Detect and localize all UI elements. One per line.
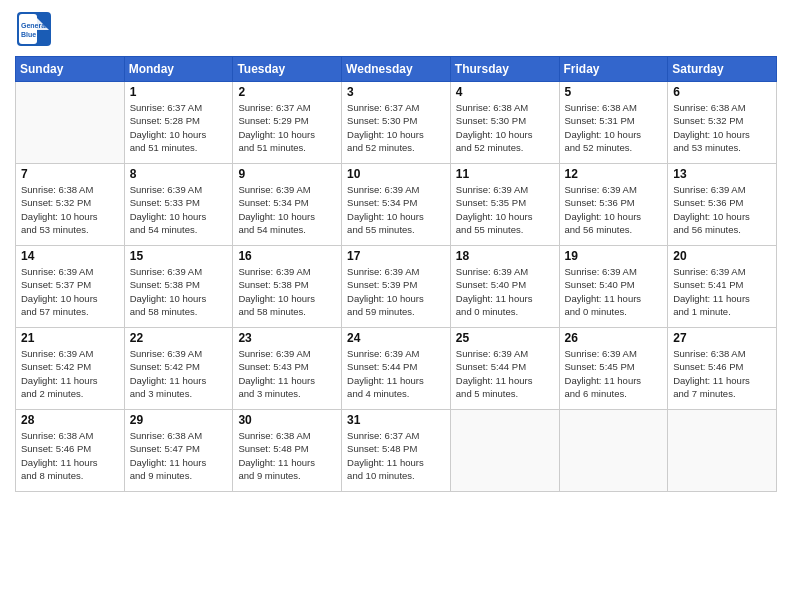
calendar-cell: 1Sunrise: 6:37 AM Sunset: 5:28 PM Daylig… — [124, 82, 233, 164]
day-info: Sunrise: 6:39 AM Sunset: 5:36 PM Dayligh… — [565, 183, 663, 236]
calendar-cell: 14Sunrise: 6:39 AM Sunset: 5:37 PM Dayli… — [16, 246, 125, 328]
day-info: Sunrise: 6:37 AM Sunset: 5:28 PM Dayligh… — [130, 101, 228, 154]
calendar-cell: 28Sunrise: 6:38 AM Sunset: 5:46 PM Dayli… — [16, 410, 125, 492]
day-info: Sunrise: 6:38 AM Sunset: 5:46 PM Dayligh… — [673, 347, 771, 400]
day-number: 8 — [130, 167, 228, 181]
day-number: 3 — [347, 85, 445, 99]
day-info: Sunrise: 6:39 AM Sunset: 5:35 PM Dayligh… — [456, 183, 554, 236]
day-info: Sunrise: 6:39 AM Sunset: 5:34 PM Dayligh… — [238, 183, 336, 236]
day-info: Sunrise: 6:38 AM Sunset: 5:30 PM Dayligh… — [456, 101, 554, 154]
svg-rect-2 — [19, 14, 37, 44]
day-info: Sunrise: 6:39 AM Sunset: 5:40 PM Dayligh… — [565, 265, 663, 318]
calendar-cell: 5Sunrise: 6:38 AM Sunset: 5:31 PM Daylig… — [559, 82, 668, 164]
day-info: Sunrise: 6:37 AM Sunset: 5:30 PM Dayligh… — [347, 101, 445, 154]
calendar-week-2: 7Sunrise: 6:38 AM Sunset: 5:32 PM Daylig… — [16, 164, 777, 246]
day-info: Sunrise: 6:39 AM Sunset: 5:38 PM Dayligh… — [238, 265, 336, 318]
calendar-cell: 25Sunrise: 6:39 AM Sunset: 5:44 PM Dayli… — [450, 328, 559, 410]
day-info: Sunrise: 6:38 AM Sunset: 5:46 PM Dayligh… — [21, 429, 119, 482]
day-number: 22 — [130, 331, 228, 345]
day-number: 31 — [347, 413, 445, 427]
calendar-cell: 27Sunrise: 6:38 AM Sunset: 5:46 PM Dayli… — [668, 328, 777, 410]
calendar-cell: 30Sunrise: 6:38 AM Sunset: 5:48 PM Dayli… — [233, 410, 342, 492]
calendar-cell: 23Sunrise: 6:39 AM Sunset: 5:43 PM Dayli… — [233, 328, 342, 410]
day-number: 23 — [238, 331, 336, 345]
day-info: Sunrise: 6:39 AM Sunset: 5:42 PM Dayligh… — [130, 347, 228, 400]
weekday-header-saturday: Saturday — [668, 57, 777, 82]
day-number: 9 — [238, 167, 336, 181]
day-number: 24 — [347, 331, 445, 345]
calendar-cell: 15Sunrise: 6:39 AM Sunset: 5:38 PM Dayli… — [124, 246, 233, 328]
day-info: Sunrise: 6:39 AM Sunset: 5:44 PM Dayligh… — [347, 347, 445, 400]
day-number: 14 — [21, 249, 119, 263]
day-info: Sunrise: 6:39 AM Sunset: 5:34 PM Dayligh… — [347, 183, 445, 236]
weekday-header-thursday: Thursday — [450, 57, 559, 82]
day-info: Sunrise: 6:39 AM Sunset: 5:38 PM Dayligh… — [130, 265, 228, 318]
calendar-cell: 22Sunrise: 6:39 AM Sunset: 5:42 PM Dayli… — [124, 328, 233, 410]
day-info: Sunrise: 6:39 AM Sunset: 5:36 PM Dayligh… — [673, 183, 771, 236]
calendar-cell: 26Sunrise: 6:39 AM Sunset: 5:45 PM Dayli… — [559, 328, 668, 410]
calendar-week-4: 21Sunrise: 6:39 AM Sunset: 5:42 PM Dayli… — [16, 328, 777, 410]
day-number: 2 — [238, 85, 336, 99]
page: General Blue SundayMondayTuesdayWednesda… — [0, 0, 792, 612]
calendar-cell — [668, 410, 777, 492]
calendar-cell: 2Sunrise: 6:37 AM Sunset: 5:29 PM Daylig… — [233, 82, 342, 164]
day-info: Sunrise: 6:39 AM Sunset: 5:40 PM Dayligh… — [456, 265, 554, 318]
calendar-cell: 6Sunrise: 6:38 AM Sunset: 5:32 PM Daylig… — [668, 82, 777, 164]
day-number: 7 — [21, 167, 119, 181]
weekday-header-row: SundayMondayTuesdayWednesdayThursdayFrid… — [16, 57, 777, 82]
day-number: 19 — [565, 249, 663, 263]
calendar-table: SundayMondayTuesdayWednesdayThursdayFrid… — [15, 56, 777, 492]
day-info: Sunrise: 6:38 AM Sunset: 5:48 PM Dayligh… — [238, 429, 336, 482]
svg-text:General: General — [21, 22, 47, 29]
calendar-cell: 16Sunrise: 6:39 AM Sunset: 5:38 PM Dayli… — [233, 246, 342, 328]
day-number: 4 — [456, 85, 554, 99]
day-number: 28 — [21, 413, 119, 427]
day-number: 16 — [238, 249, 336, 263]
day-number: 6 — [673, 85, 771, 99]
day-info: Sunrise: 6:38 AM Sunset: 5:32 PM Dayligh… — [21, 183, 119, 236]
day-number: 5 — [565, 85, 663, 99]
day-info: Sunrise: 6:39 AM Sunset: 5:45 PM Dayligh… — [565, 347, 663, 400]
day-info: Sunrise: 6:39 AM Sunset: 5:44 PM Dayligh… — [456, 347, 554, 400]
calendar-cell — [450, 410, 559, 492]
calendar-cell: 18Sunrise: 6:39 AM Sunset: 5:40 PM Dayli… — [450, 246, 559, 328]
day-number: 11 — [456, 167, 554, 181]
day-info: Sunrise: 6:39 AM Sunset: 5:41 PM Dayligh… — [673, 265, 771, 318]
calendar-cell: 21Sunrise: 6:39 AM Sunset: 5:42 PM Dayli… — [16, 328, 125, 410]
day-number: 29 — [130, 413, 228, 427]
day-number: 26 — [565, 331, 663, 345]
day-number: 15 — [130, 249, 228, 263]
calendar-week-1: 1Sunrise: 6:37 AM Sunset: 5:28 PM Daylig… — [16, 82, 777, 164]
calendar-cell: 29Sunrise: 6:38 AM Sunset: 5:47 PM Dayli… — [124, 410, 233, 492]
calendar-cell — [16, 82, 125, 164]
calendar-cell: 31Sunrise: 6:37 AM Sunset: 5:48 PM Dayli… — [342, 410, 451, 492]
calendar-week-3: 14Sunrise: 6:39 AM Sunset: 5:37 PM Dayli… — [16, 246, 777, 328]
calendar-cell: 8Sunrise: 6:39 AM Sunset: 5:33 PM Daylig… — [124, 164, 233, 246]
weekday-header-monday: Monday — [124, 57, 233, 82]
calendar-cell: 10Sunrise: 6:39 AM Sunset: 5:34 PM Dayli… — [342, 164, 451, 246]
day-number: 21 — [21, 331, 119, 345]
calendar-cell: 13Sunrise: 6:39 AM Sunset: 5:36 PM Dayli… — [668, 164, 777, 246]
calendar-cell: 3Sunrise: 6:37 AM Sunset: 5:30 PM Daylig… — [342, 82, 451, 164]
calendar-cell: 7Sunrise: 6:38 AM Sunset: 5:32 PM Daylig… — [16, 164, 125, 246]
calendar-cell: 4Sunrise: 6:38 AM Sunset: 5:30 PM Daylig… — [450, 82, 559, 164]
day-info: Sunrise: 6:37 AM Sunset: 5:29 PM Dayligh… — [238, 101, 336, 154]
day-number: 13 — [673, 167, 771, 181]
calendar-cell: 24Sunrise: 6:39 AM Sunset: 5:44 PM Dayli… — [342, 328, 451, 410]
day-number: 17 — [347, 249, 445, 263]
day-info: Sunrise: 6:37 AM Sunset: 5:48 PM Dayligh… — [347, 429, 445, 482]
day-number: 1 — [130, 85, 228, 99]
calendar-cell: 20Sunrise: 6:39 AM Sunset: 5:41 PM Dayli… — [668, 246, 777, 328]
day-info: Sunrise: 6:39 AM Sunset: 5:37 PM Dayligh… — [21, 265, 119, 318]
weekday-header-sunday: Sunday — [16, 57, 125, 82]
day-info: Sunrise: 6:38 AM Sunset: 5:31 PM Dayligh… — [565, 101, 663, 154]
weekday-header-tuesday: Tuesday — [233, 57, 342, 82]
day-number: 30 — [238, 413, 336, 427]
day-info: Sunrise: 6:39 AM Sunset: 5:39 PM Dayligh… — [347, 265, 445, 318]
calendar-cell: 19Sunrise: 6:39 AM Sunset: 5:40 PM Dayli… — [559, 246, 668, 328]
calendar-week-5: 28Sunrise: 6:38 AM Sunset: 5:46 PM Dayli… — [16, 410, 777, 492]
day-number: 10 — [347, 167, 445, 181]
calendar-cell: 9Sunrise: 6:39 AM Sunset: 5:34 PM Daylig… — [233, 164, 342, 246]
svg-text:Blue: Blue — [21, 31, 36, 38]
day-info: Sunrise: 6:39 AM Sunset: 5:42 PM Dayligh… — [21, 347, 119, 400]
